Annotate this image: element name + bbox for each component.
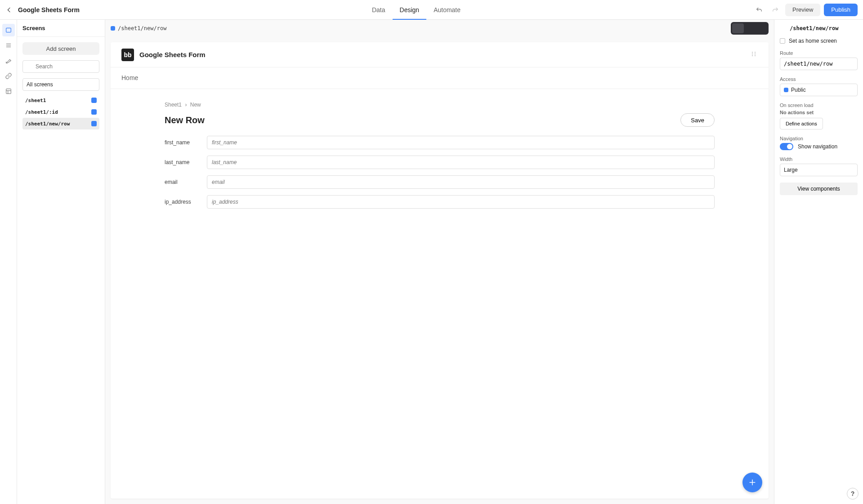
canvas-frame: bb Google Sheets Form Home Sheet1 › New (111, 42, 769, 499)
view-components-button[interactable]: View components (780, 183, 858, 195)
screen-item-path: /sheet1/new/row (25, 121, 70, 127)
svg-point-19 (752, 55, 753, 56)
screen-item-sheet1[interactable]: /sheet1 (22, 94, 99, 106)
save-button[interactable]: Save (680, 113, 715, 127)
device-tablet-icon[interactable] (744, 23, 756, 33)
app-name: Google Sheets Form (18, 6, 80, 13)
show-navigation-toggle[interactable] (780, 143, 793, 150)
nav-home[interactable]: Home (121, 67, 138, 89)
svg-point-18 (755, 53, 756, 54)
svg-point-7 (27, 64, 31, 68)
device-mobile-icon[interactable] (756, 23, 767, 33)
access-select[interactable]: Public (780, 84, 858, 96)
rail-layout-icon[interactable] (2, 85, 15, 98)
field-label: first_name (165, 139, 201, 146)
topbar: Google Sheets Form Data Design Automate … (0, 0, 863, 20)
left-panel: Screens Add screen All screens /sheet1 /… (17, 20, 105, 504)
first-name-field[interactable] (207, 136, 715, 149)
chevron-down-icon (91, 82, 95, 87)
last-name-field[interactable] (207, 156, 715, 169)
svg-rect-11 (735, 26, 741, 30)
drag-handle-icon[interactable] (750, 50, 758, 60)
screen-item-path: /sheet1 (25, 98, 46, 103)
width-label: Width (780, 156, 858, 162)
breadcrumb-separator-icon: › (185, 102, 187, 108)
svg-point-20 (755, 55, 756, 56)
define-actions-button[interactable]: Define actions (780, 118, 823, 129)
tab-design[interactable]: Design (393, 0, 427, 20)
width-select[interactable]: Large (780, 164, 858, 176)
preview-button[interactable]: Preview (785, 4, 820, 16)
add-screen-button[interactable]: Add screen (22, 42, 99, 55)
checkbox-icon (780, 38, 785, 44)
screen-item-indicator (91, 98, 97, 103)
svg-rect-0 (6, 28, 11, 32)
navigation-label: Navigation (780, 136, 858, 141)
svg-line-8 (31, 68, 32, 69)
svg-rect-14 (760, 26, 763, 31)
back-arrow[interactable] (5, 6, 13, 13)
right-panel-header: /sheet1/new/row (790, 25, 838, 31)
access-label: Access (780, 76, 858, 82)
screens-filter-dropdown[interactable]: All screens (22, 78, 99, 91)
rail-theme-icon[interactable] (2, 54, 15, 67)
tab-automate[interactable]: Automate (426, 0, 468, 20)
redo-icon[interactable] (769, 4, 782, 16)
publish-button[interactable]: Publish (824, 4, 858, 16)
access-value: Public (791, 87, 806, 93)
route-indicator-icon (111, 26, 115, 31)
screens-filter-value: All screens (27, 81, 53, 88)
screen-item-indicator (91, 121, 97, 126)
svg-point-17 (752, 53, 753, 54)
screen-item-path: /sheet1/:id (25, 109, 58, 115)
svg-point-15 (752, 52, 753, 53)
rail-screens-icon[interactable] (2, 24, 15, 36)
frame-title: Google Sheets Form (139, 51, 206, 58)
search-icon (26, 63, 32, 70)
field-label: email (165, 179, 201, 185)
svg-rect-13 (747, 26, 751, 31)
svg-point-16 (755, 52, 756, 53)
search-input[interactable] (22, 60, 99, 73)
rail-links-icon[interactable] (2, 70, 15, 82)
ip-address-field[interactable] (207, 195, 715, 209)
onload-status: No actions set (780, 110, 858, 115)
onload-label: On screen load (780, 103, 858, 108)
svg-line-10 (92, 65, 95, 68)
svg-rect-23 (781, 27, 785, 30)
screen-item-sheet1-id[interactable]: /sheet1/:id (22, 106, 99, 118)
right-panel: /sheet1/new/row Set as home screen Route… (774, 20, 863, 504)
route-chip[interactable]: /sheet1/new/row (111, 25, 174, 31)
route-input[interactable] (780, 58, 858, 70)
email-field[interactable] (207, 175, 715, 189)
show-navigation-label: Show navigation (798, 143, 837, 150)
width-value: Large (784, 167, 798, 173)
tab-data[interactable]: Data (365, 0, 393, 20)
set-home-checkbox[interactable]: Set as home screen (780, 38, 858, 44)
screen-item-sheet1-new-row[interactable]: /sheet1/new/row (22, 118, 99, 129)
add-component-fab[interactable] (742, 473, 762, 492)
svg-line-9 (92, 65, 95, 68)
field-label: last_name (165, 159, 201, 165)
device-desktop-icon[interactable] (732, 23, 744, 33)
clear-search-icon[interactable] (90, 63, 97, 70)
undo-icon[interactable] (753, 4, 765, 16)
left-panel-title: Screens (17, 20, 105, 37)
screen-item-indicator (91, 109, 97, 115)
help-button[interactable]: ? (847, 488, 859, 500)
route-label: Route (780, 50, 858, 56)
device-switch (731, 22, 769, 35)
chevron-down-icon (849, 168, 854, 172)
svg-rect-4 (6, 89, 11, 94)
rail-components-icon[interactable] (2, 39, 15, 52)
access-indicator-icon (784, 88, 788, 92)
breadcrumb-current: New (190, 102, 201, 108)
chevron-down-icon (849, 88, 854, 92)
app-logo: bb (121, 49, 134, 61)
field-label: ip_address (165, 199, 201, 205)
breadcrumb-link[interactable]: Sheet1 (165, 102, 182, 108)
route-chip-text: /sheet1/new/row (118, 25, 166, 31)
side-rail (0, 20, 17, 504)
chevron-down-icon (169, 26, 174, 31)
set-home-label: Set as home screen (789, 38, 837, 44)
